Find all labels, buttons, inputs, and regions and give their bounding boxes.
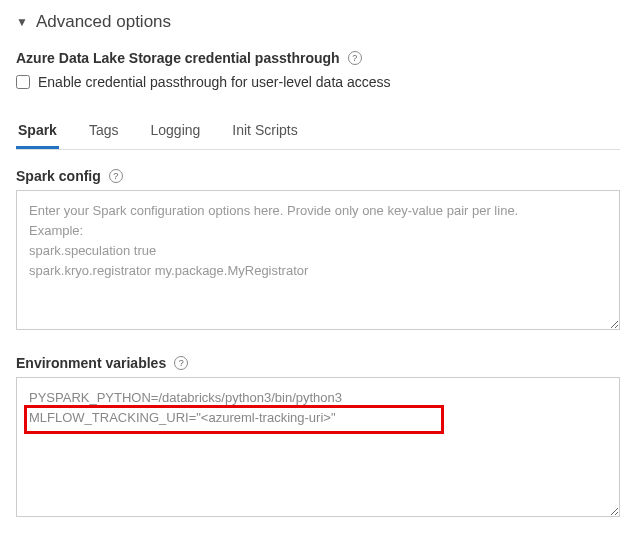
tab-logging[interactable]: Logging [149,114,203,149]
help-icon[interactable]: ? [348,51,362,65]
spark-config-textarea[interactable] [16,190,620,330]
tab-label: Init Scripts [232,122,297,138]
tab-label: Spark [18,122,57,138]
tab-label: Tags [89,122,119,138]
spark-config-label: Spark config [16,168,101,184]
env-vars-textarea[interactable] [16,377,620,517]
tab-label: Logging [151,122,201,138]
section-title: Advanced options [36,12,171,32]
tab-tags[interactable]: Tags [87,114,121,149]
advanced-options-toggle[interactable]: ▼ Advanced options [16,12,620,32]
help-icon[interactable]: ? [174,356,188,370]
spark-config-label-row: Spark config ? [16,168,620,184]
help-icon[interactable]: ? [109,169,123,183]
credential-passthrough-label: Enable credential passthrough for user-l… [38,74,391,90]
env-vars-label-row: Environment variables ? [16,355,620,371]
credential-passthrough-row[interactable]: Enable credential passthrough for user-l… [16,74,620,90]
env-vars-group: Environment variables ? [16,355,620,520]
caret-down-icon: ▼ [16,15,28,29]
credential-passthrough-checkbox[interactable] [16,75,30,89]
tab-init-scripts[interactable]: Init Scripts [230,114,299,149]
env-vars-wrap [16,377,620,520]
adls-heading-row: Azure Data Lake Storage credential passt… [16,50,620,66]
spark-config-group: Spark config ? [16,168,620,333]
adls-heading: Azure Data Lake Storage credential passt… [16,50,340,66]
env-vars-label: Environment variables [16,355,166,371]
tab-spark[interactable]: Spark [16,114,59,149]
tab-bar: Spark Tags Logging Init Scripts [16,114,620,150]
